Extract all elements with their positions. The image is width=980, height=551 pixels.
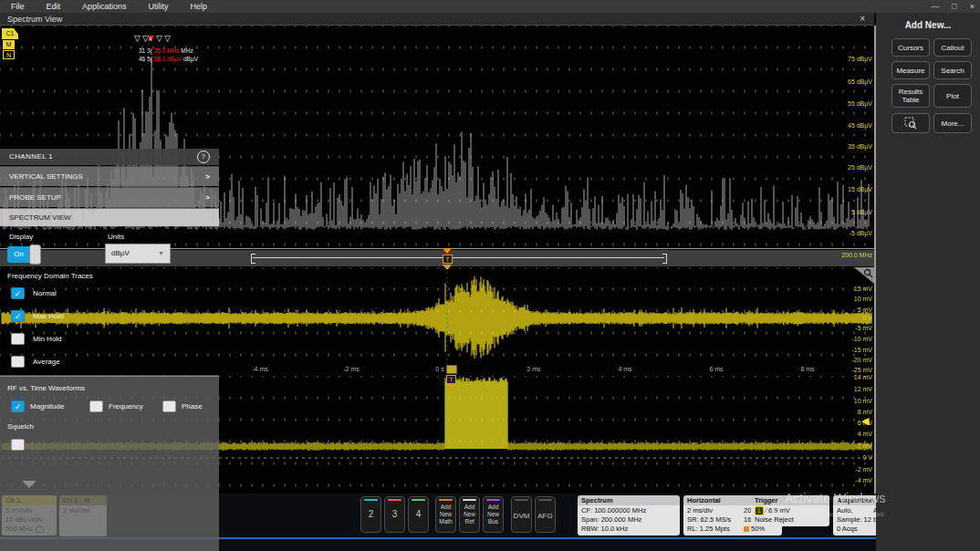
channel2-color-stripe bbox=[364, 499, 378, 501]
time-axis-label: -2 ms bbox=[343, 366, 360, 372]
trigger-position-arrow-icon[interactable] bbox=[447, 385, 454, 390]
phase-label: Phase bbox=[182, 402, 203, 411]
channel3-number: 3 bbox=[385, 509, 404, 519]
magnitude-y-label: -5 mV bbox=[855, 325, 872, 332]
marker-icon[interactable]: ▽ bbox=[156, 35, 162, 43]
span: Span: 200.000 MHz bbox=[581, 515, 676, 525]
rf-y-label: 14 mV bbox=[854, 374, 872, 381]
maxhold-checkbox[interactable]: ✓ bbox=[11, 310, 25, 322]
normal-trace-handle[interactable]: N bbox=[3, 50, 15, 59]
spectrum-time-marker-icon[interactable] bbox=[443, 248, 452, 254]
channel4-button[interactable]: 4 bbox=[408, 496, 429, 533]
menu-file[interactable]: File bbox=[11, 2, 25, 11]
panel-header: CHANNEL 1 ? bbox=[0, 149, 219, 165]
analysis-range-bar[interactable] bbox=[253, 257, 664, 258]
magnifier-select-icon bbox=[904, 117, 917, 130]
marker-amplitude-readout: 46 5( 58.1 dBµV dBµV bbox=[139, 56, 198, 63]
section-probe-setup[interactable]: PROBE SETUP> bbox=[0, 187, 219, 207]
spectrum-time-marker-icon[interactable] bbox=[443, 265, 452, 270]
spectrum-y-label: -5 dBµV bbox=[850, 230, 872, 237]
section-vertical-settings[interactable]: VERTICAL SETTINGS> bbox=[0, 166, 219, 186]
magnitude-y-label: -25 mV bbox=[851, 367, 872, 374]
magnitude-label: Magnitude bbox=[30, 402, 64, 411]
close-icon[interactable]: × bbox=[970, 2, 975, 11]
units-dropdown[interactable]: dBµV ▼ bbox=[105, 244, 171, 264]
activate-windows-watermark: Activate Windows bbox=[785, 491, 885, 505]
panel-divider bbox=[0, 376, 219, 377]
h-recordlength: RL: 1.25 Mpts bbox=[687, 525, 744, 534]
range-left-bracket[interactable] bbox=[251, 254, 255, 264]
phase-checkbox[interactable] bbox=[162, 400, 176, 412]
channel1-config-panel: CHANNEL 1 ? VERTICAL SETTINGS> PROBE SET… bbox=[0, 149, 219, 481]
magnitude-y-label: -15 mV bbox=[851, 347, 872, 354]
ground-reference-arrow-icon[interactable]: ◀ bbox=[861, 415, 869, 427]
ref-color-stripe bbox=[463, 499, 476, 501]
channel3-button[interactable]: 3 bbox=[384, 496, 405, 533]
chevron-down-icon: ▼ bbox=[158, 244, 164, 263]
h-samplerate: SR: 62.5 MS/s bbox=[687, 515, 744, 525]
spectrum-badge[interactable]: Spectrum CF: 100.000000 MHz Span: 200.00… bbox=[578, 495, 680, 535]
squelch-checkbox[interactable] bbox=[11, 439, 25, 451]
plot-button[interactable]: Plot bbox=[933, 84, 972, 108]
zoom-mode-button[interactable] bbox=[891, 113, 930, 133]
callout-button[interactable]: Callout bbox=[933, 38, 972, 57]
display-toggle-knob[interactable] bbox=[29, 244, 41, 265]
time-axis-label: 6 ms bbox=[709, 366, 723, 372]
rf-y-label: -2 mV bbox=[855, 466, 872, 473]
nav-trigger-box[interactable]: T bbox=[443, 255, 453, 264]
frequency-label: Frequency bbox=[109, 402, 143, 411]
afg-button[interactable]: AFG bbox=[535, 496, 556, 533]
freq-traces-label: Frequency Domain Traces bbox=[7, 272, 93, 280]
dvm-button[interactable]: DVM bbox=[511, 496, 532, 533]
more-button[interactable]: More... bbox=[933, 113, 972, 133]
range-right-bracket[interactable] bbox=[662, 254, 667, 264]
menu-edit[interactable]: Edit bbox=[47, 2, 61, 11]
minimize-icon[interactable]: — bbox=[931, 2, 939, 11]
maximize-icon[interactable]: □ bbox=[952, 2, 956, 11]
add-new-ref-button[interactable]: AddNewRef bbox=[459, 496, 480, 533]
minhold-checkbox[interactable] bbox=[11, 333, 25, 345]
section-spectrum-view[interactable]: SPECTRUM VIEW bbox=[0, 208, 219, 226]
maxhold-trace-handle[interactable]: M bbox=[3, 40, 15, 49]
magnitude-y-label: 10 mV bbox=[854, 296, 872, 303]
marker-frequency-readout: 31 3( 35.0 MHz MHz bbox=[139, 47, 193, 55]
help-icon[interactable]: ? bbox=[197, 151, 210, 163]
results-table-button[interactable]: Results Table bbox=[891, 84, 930, 108]
spectrum-y-label: 65 dBµV bbox=[848, 78, 872, 86]
view-close-icon[interactable]: × bbox=[860, 13, 865, 26]
center-frequency: CF: 100.000000 MHz bbox=[581, 506, 676, 515]
squelch-label: Squelch bbox=[7, 422, 34, 431]
window-controls: — □ × bbox=[931, 0, 975, 13]
measure-button[interactable]: Measure bbox=[891, 61, 930, 79]
spectrum-badge-header: Spectrum bbox=[578, 495, 680, 505]
expansion-icon bbox=[744, 526, 749, 532]
activate-windows-subtext: Go to Settings to activate Windows bbox=[771, 510, 884, 518]
spectrum-y-label: 55 dBµV bbox=[848, 100, 872, 108]
expansion-point-handle[interactable] bbox=[446, 365, 457, 374]
add-math-line: New bbox=[440, 511, 452, 517]
channel4-number: 4 bbox=[409, 509, 428, 519]
frequency-checkbox[interactable] bbox=[89, 400, 103, 412]
dvm-stripe bbox=[515, 499, 528, 501]
add-new-math-button[interactable]: AddNewMath bbox=[435, 496, 456, 533]
menu-help[interactable]: Help bbox=[191, 2, 208, 11]
rf-y-label: -4 mV bbox=[855, 477, 872, 484]
marker-icon[interactable]: ▽ bbox=[164, 35, 171, 43]
display-label: Display bbox=[9, 233, 33, 241]
spectrum-y-label: 15 dBµV bbox=[848, 186, 872, 193]
normal-checkbox[interactable]: ✓ bbox=[11, 287, 25, 299]
add-bus-line: New bbox=[487, 511, 499, 517]
menu-utility[interactable]: Utility bbox=[149, 2, 169, 11]
magnitude-checkbox[interactable]: ✓ bbox=[11, 400, 25, 412]
channel4-color-stripe bbox=[412, 499, 425, 501]
trigger-position-box[interactable]: T bbox=[446, 375, 456, 384]
cursors-button[interactable]: Cursors bbox=[891, 38, 930, 57]
average-checkbox[interactable] bbox=[11, 356, 25, 368]
add-new-bus-button[interactable]: AddNewBus bbox=[483, 496, 504, 533]
time-axis-label: -4 ms bbox=[252, 366, 268, 372]
search-button[interactable]: Search bbox=[933, 61, 972, 79]
marker-freq-unit: MHz bbox=[181, 47, 193, 54]
channel2-button[interactable]: 2 bbox=[360, 496, 381, 533]
menu-applications[interactable]: Applications bbox=[82, 2, 127, 11]
marker-icon[interactable]: ▽ bbox=[134, 35, 141, 43]
